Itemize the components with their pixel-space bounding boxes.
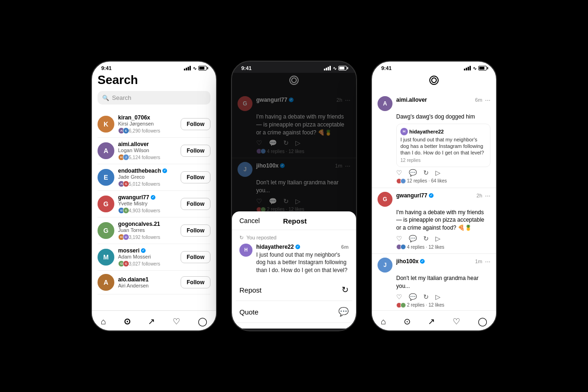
nav-heart-3[interactable]: ♡ [451, 315, 462, 329]
avatar-3: E [98, 169, 114, 186]
repost-action-quote[interactable]: Quote 💬 [236, 301, 352, 323]
post-stats-light-1: 12 replies · 64 likes [396, 178, 490, 184]
qb-stats-1: 12 replies [400, 158, 486, 163]
user-info-3: endoatthebeach ✓ Jade Greco AG 5,012 fol… [118, 168, 177, 187]
username-3: endoatthebeach ✓ [118, 168, 177, 174]
comment-icon-light-3[interactable]: 💬 [409, 293, 417, 301]
post-actions-light-1: ♡ 💬 ↻ ▷ [396, 169, 490, 176]
status-bar-3: 9:41 ∿ [372, 62, 496, 73]
quote-action-icon: 💬 [338, 307, 349, 317]
post-avatar-light-2: G [378, 192, 392, 207]
post-time-light-3: 1m [475, 259, 482, 264]
post-meta-light-1: aimi.allover 6m ··· [396, 96, 490, 104]
bottom-nav-1: ⌂ ⊙ ↗ ♡ ◯ [92, 310, 216, 330]
user-row-6: M mosseri ✓ Adam Mosseri GG 3,027 follow… [98, 244, 210, 271]
user-real-name-1: Kirsi Jørgensen [118, 121, 177, 126]
repost-action-repost[interactable]: Repost ↻ [236, 279, 352, 301]
share-icon-light-2[interactable]: ▷ [435, 235, 441, 242]
repost-modal-header: Cancel Repost [232, 217, 356, 230]
username-2: aimi.allover [118, 141, 177, 147]
user-real-name-5: Juan Torres [118, 227, 177, 233]
nav-search-3[interactable]: ⊙ [402, 315, 413, 329]
repost-icon-light-1[interactable]: ↻ [423, 169, 429, 176]
follow-button-1[interactable]: Follow [181, 118, 210, 130]
post-avatar-light-1: A [378, 96, 392, 111]
search-bar[interactable]: 🔍 Search [98, 91, 210, 105]
nav-search-1[interactable]: ⊙ [122, 315, 133, 329]
nav-heart-1[interactable]: ♡ [171, 315, 182, 329]
avatar-1: K [98, 116, 114, 133]
follow-button-3[interactable]: Follow [181, 171, 210, 183]
nav-profile-3[interactable]: ◯ [476, 315, 489, 329]
status-bar-1: 9:41 ∿ [92, 62, 216, 73]
user-row-2: A aimi.allover Logan Wilson KJ 5,124 fol… [98, 138, 210, 164]
verified-badge-4: ✓ [151, 195, 155, 200]
repost-icon-light-3[interactable]: ↻ [423, 293, 429, 301]
post-text-light-3: Don't let my Italian grandma hear you... [396, 274, 490, 290]
follow-button-7[interactable]: Follow [181, 276, 210, 288]
repost-you-reposted: ↻ You reposted [232, 230, 356, 244]
verified-light-3: ✓ [420, 259, 425, 264]
user-real-name-3: Jade Greco [118, 174, 177, 180]
verified-badge-3: ✓ [162, 168, 167, 173]
follow-button-5[interactable]: Follow [181, 224, 210, 237]
post-more-light-3[interactable]: ··· [485, 258, 490, 265]
qb-name-1: hidayathere22 [409, 129, 444, 134]
username-7: alo.daiane1 [118, 276, 177, 283]
threads-dark-content: G gwangurl77 ✓ 2h ··· I'm having a debat… [232, 73, 356, 329]
follow-button-4[interactable]: Follow [181, 198, 210, 210]
repost-modal: Cancel Repost ↻ You reposted H hidayathe… [232, 211, 356, 329]
share-icon-light-3[interactable]: ▷ [435, 293, 441, 301]
like-icon-light-3[interactable]: ♡ [396, 293, 402, 301]
followers-6: GG 3,027 followers [118, 260, 177, 267]
post-username-light-1: aimi.allover [396, 97, 427, 103]
user-row-4: G gwangurl77 ✓ Yvette Mistry EG 4,903 fo… [98, 191, 210, 217]
repost-icon-light-2[interactable]: ↻ [423, 235, 429, 242]
follow-button-6[interactable]: Follow [181, 251, 210, 263]
comment-icon-light-1[interactable]: 💬 [409, 169, 417, 176]
username-4: gwangurl77 ✓ [118, 194, 177, 201]
phone-threads-dark: 9:41 ∿ G gwangurl77 ✓ [231, 61, 357, 331]
battery-icon-3 [478, 66, 487, 70]
avatar-4: G [98, 196, 114, 212]
like-icon-light-2[interactable]: ♡ [396, 235, 402, 242]
search-input[interactable]: Search [112, 94, 131, 101]
signal-icon-3 [464, 66, 471, 70]
user-info-7: alo.daiane1 Airi Andersen [118, 276, 177, 288]
quote-label: Quote [239, 308, 259, 316]
qb-avatar-1: H [400, 128, 408, 135]
status-icons-1: ∿ [184, 66, 207, 71]
post-text-light-2: I'm having a debate with my friends — is… [396, 209, 490, 232]
rp-avatar: H [239, 244, 252, 257]
comment-icon-light-2[interactable]: 💬 [409, 235, 417, 242]
post-more-light-2[interactable]: ··· [485, 192, 490, 199]
nav-home-1[interactable]: ⌂ [99, 315, 108, 329]
nav-compose-3[interactable]: ↗ [426, 315, 437, 329]
status-icons-3: ∿ [464, 66, 487, 71]
battery-icon [198, 66, 207, 70]
rp-text-area: hidayathere22 ✓ 6m I just found out that… [256, 244, 349, 274]
signal-icon-2 [324, 66, 331, 70]
post-more-light-1[interactable]: ··· [485, 96, 490, 104]
user-info-2: aimi.allover Logan Wilson KJ 5,124 follo… [118, 141, 177, 161]
post-avatar-light-3: J [378, 258, 392, 273]
bottom-nav-3: ⌂ ⊙ ↗ ♡ ◯ [372, 310, 496, 330]
share-icon-light-1[interactable]: ▷ [435, 169, 441, 176]
wifi-icon-3: ∿ [473, 66, 476, 71]
avatar-7: A [98, 274, 114, 291]
rp-text: I just found out that my neighbor's dog … [256, 251, 349, 274]
avatar-2: A [98, 142, 114, 159]
nav-compose-1[interactable]: ↗ [146, 315, 157, 329]
verified-badge-6: ✓ [141, 248, 146, 253]
verified-light-2: ✓ [429, 193, 434, 198]
cancel-button[interactable]: Cancel [239, 217, 260, 224]
like-icon-light-1[interactable]: ♡ [396, 169, 402, 176]
user-info-1: kiran_0706x Kirsi Jørgensen AE 6,290 fol… [118, 114, 177, 134]
follow-button-2[interactable]: Follow [181, 145, 210, 157]
qb-username-1: H hidayathere22 [400, 128, 486, 135]
nav-home-3[interactable]: ⌂ [379, 315, 388, 329]
user-info-5: gogoncalves.21 Juan Torres KH 3,192 foll… [118, 221, 177, 240]
user-real-name-7: Airi Andersen [118, 283, 177, 288]
post-username-light-2: gwangurl77 ✓ [396, 192, 434, 199]
nav-profile-1[interactable]: ◯ [196, 315, 209, 329]
